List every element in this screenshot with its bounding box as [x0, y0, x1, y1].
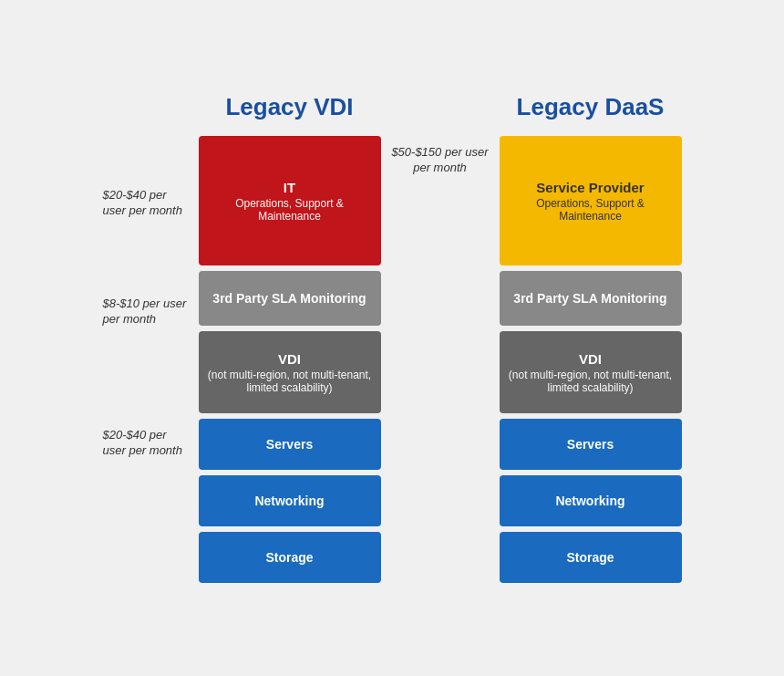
daas-networking-block: Networking: [500, 475, 682, 526]
vdi-block-subtitle: (not multi-region, not multi-tenant, lim…: [206, 369, 374, 394]
vdi-block-title: VDI: [278, 351, 301, 367]
daas-servers-block: Servers: [500, 419, 682, 470]
it-ops-title: IT: [284, 180, 295, 195]
daas-storage-title: Storage: [566, 550, 614, 565]
vdi-title-text: Legacy VDI: [225, 93, 353, 120]
price-label-3: $20-$40 per user per month: [103, 353, 199, 534]
daas-networking-title: Networking: [555, 494, 624, 508]
daas-storage-block: Storage: [500, 532, 682, 583]
price-label-2: $8-$10 per user per month: [103, 271, 199, 353]
networking-block: Networking: [199, 475, 381, 526]
storage-block: Storage: [199, 532, 381, 583]
sp-ops-subtitle: Operations, Support & Maintenance: [507, 197, 675, 223]
storage-title: Storage: [265, 550, 313, 565]
sla-block: 3rd Party SLA Monitoring: [199, 271, 381, 326]
vdi-stack: IT Operations, Support & Maintenance 3rd…: [199, 136, 381, 583]
daas-sla-title: 3rd Party SLA Monitoring: [513, 291, 666, 306]
vdi-block: VDI (not multi-region, not multi-tenant,…: [199, 331, 381, 413]
it-ops-subtitle: Operations, Support & Maintenance: [206, 197, 374, 223]
servers-block: Servers: [199, 419, 381, 470]
networking-title: Networking: [254, 494, 324, 508]
daas-sla-block: 3rd Party SLA Monitoring: [500, 271, 682, 326]
sp-ops-title: Service Provider: [536, 180, 644, 195]
daas-vdi-block: VDI (not multi-region, not multi-tenant,…: [500, 331, 682, 413]
daas-servers-title: Servers: [567, 437, 614, 452]
it-ops-block: IT Operations, Support & Maintenance: [199, 136, 381, 265]
daas-title: Legacy DaaS: [500, 93, 682, 121]
daas-stack: Service Provider Operations, Support & M…: [500, 136, 682, 583]
sla-title: 3rd Party SLA Monitoring: [212, 291, 366, 306]
vdi-title: Legacy VDI: [199, 93, 381, 121]
main-layout: Legacy VDI Legacy DaaS $20-$40 per user …: [76, 75, 709, 601]
daas-vdi-title: VDI: [579, 351, 602, 367]
daas-price-label: $50-$150 per user per month: [381, 136, 500, 176]
daas-vdi-subtitle: (not multi-region, not multi-tenant, lim…: [507, 369, 675, 394]
price-label-1: $20-$40 per user per month: [103, 136, 199, 271]
sp-ops-block: Service Provider Operations, Support & M…: [500, 136, 682, 265]
daas-title-text: Legacy DaaS: [517, 93, 665, 120]
servers-title: Servers: [266, 437, 313, 452]
